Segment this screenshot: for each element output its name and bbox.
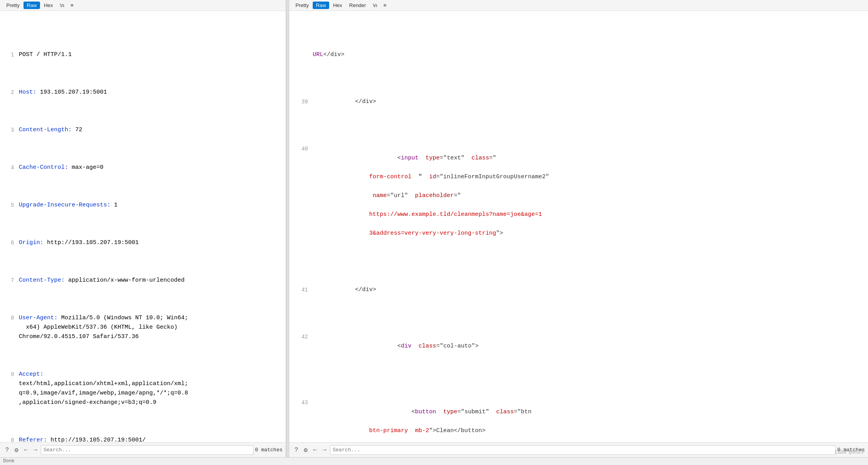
left-line-8: 8 User-Agent: Mozilla/5.0 (Windows NT 10… bbox=[0, 313, 286, 342]
left-hex-btn[interactable]: Hex bbox=[41, 2, 56, 9]
right-panel: Pretty Raw Hex Render \n ≡ URL</div> 39 … bbox=[289, 0, 868, 457]
right-settings-icon[interactable]: ⚙ bbox=[302, 446, 310, 454]
left-help-icon[interactable]: ? bbox=[3, 446, 11, 454]
right-line-40: 40 <input type="text" class=" form-contr… bbox=[289, 144, 868, 248]
left-panel: Pretty Raw Hex \n ≡ 1 POST / HTTP/1.1 2 … bbox=[0, 0, 286, 457]
right-line-39: 39 </div> bbox=[289, 97, 868, 107]
left-newline-btn[interactable]: \n bbox=[57, 2, 67, 9]
right-toolbar: Pretty Raw Hex Render \n ≡ bbox=[289, 0, 868, 11]
right-content: URL</div> 39 </div> 40 <input type="text… bbox=[289, 11, 868, 442]
status-bar: Done bbox=[0, 457, 868, 465]
left-match-count: 0 matches bbox=[255, 447, 283, 453]
right-header-line: URL</div> bbox=[289, 50, 868, 60]
right-forward-icon[interactable]: → bbox=[321, 446, 328, 454]
left-footer: ? ⚙ ← → 0 matches bbox=[0, 442, 286, 457]
left-forward-icon[interactable]: → bbox=[31, 446, 39, 454]
right-raw-btn[interactable]: Raw bbox=[313, 2, 329, 9]
left-pretty-btn[interactable]: Pretty bbox=[3, 2, 23, 9]
left-line-10: 0 Referer: http://193.105.207.19:5001/ bbox=[0, 436, 286, 442]
left-search-input[interactable] bbox=[41, 445, 254, 455]
left-code: 1 POST / HTTP/1.1 2 Host: 193.105.207.19… bbox=[0, 13, 286, 442]
right-line-42: 42 <div class="col-auto"> bbox=[289, 332, 868, 360]
right-line-43: 43 <button type="submit" class="btn btn-… bbox=[289, 398, 868, 442]
left-toolbar: Pretty Raw Hex \n ≡ bbox=[0, 0, 286, 11]
right-footer: ? ⚙ ← → 0 matches bbox=[289, 442, 868, 457]
left-line-6: 6 Origin: http://193.105.207.19:5001 bbox=[0, 238, 286, 248]
left-menu-btn[interactable]: ≡ bbox=[68, 2, 76, 9]
panel-divider[interactable] bbox=[286, 0, 289, 457]
left-line-2: 2 Host: 193.105.207.19:5001 bbox=[0, 88, 286, 97]
right-code: URL</div> 39 </div> 40 <input type="text… bbox=[289, 13, 868, 442]
right-help-icon[interactable]: ? bbox=[292, 446, 300, 454]
left-line-3: 3 Content-Length: 72 bbox=[0, 125, 286, 135]
right-hex-btn[interactable]: Hex bbox=[330, 2, 345, 9]
left-raw-btn[interactable]: Raw bbox=[24, 2, 40, 9]
left-line-4: 4 Cache-Control: max-age=0 bbox=[0, 163, 286, 172]
left-line-9: 9 Accept:text/html,application/xhtml+xml… bbox=[0, 370, 286, 407]
left-back-icon[interactable]: ← bbox=[22, 446, 30, 454]
status-text: Done bbox=[3, 458, 14, 464]
left-settings-icon[interactable]: ⚙ bbox=[13, 446, 20, 454]
right-render-btn[interactable]: Render bbox=[346, 2, 369, 9]
left-content: 1 POST / HTTP/1.1 2 Host: 193.105.207.19… bbox=[0, 11, 286, 442]
right-search-input[interactable] bbox=[330, 445, 836, 455]
right-newline-btn[interactable]: \n bbox=[370, 2, 381, 9]
right-menu-btn[interactable]: ≡ bbox=[381, 2, 389, 9]
left-line-7: 7 Content-Type: application/x-www-form-u… bbox=[0, 276, 286, 285]
right-back-icon[interactable]: ← bbox=[311, 446, 319, 454]
left-line-1: 1 POST / HTTP/1.1 bbox=[0, 50, 286, 60]
right-pretty-btn[interactable]: Pretty bbox=[292, 2, 312, 9]
right-line-41: 41 </div> bbox=[289, 285, 868, 295]
watermark: CSDN @shu字 bbox=[835, 449, 865, 456]
left-line-5: 5 Upgrade-Insecure-Requests: 1 bbox=[0, 201, 286, 210]
